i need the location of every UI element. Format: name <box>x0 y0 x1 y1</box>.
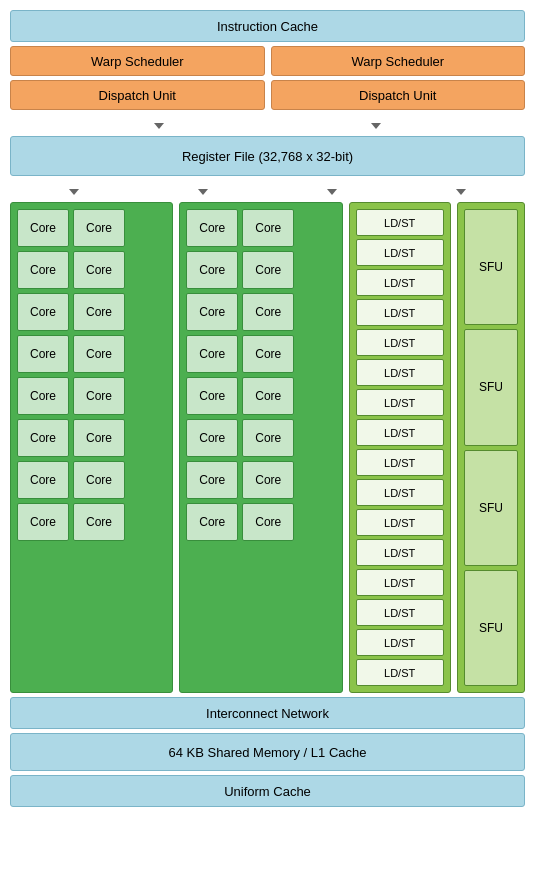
ldst-cell: LD/ST <box>356 329 444 356</box>
core-cell: Core <box>73 209 125 247</box>
core-cell: Core <box>17 377 69 415</box>
core-cell: Core <box>242 335 294 373</box>
ldst-cell: LD/ST <box>356 629 444 656</box>
core-row: Core Core <box>17 251 166 289</box>
ldst-cell: LD/ST <box>356 389 444 416</box>
core-row: Core Core <box>17 335 166 373</box>
sfu-cell: SFU <box>464 209 518 325</box>
core-cell: Core <box>186 503 238 541</box>
ldst-cell: LD/ST <box>356 419 444 446</box>
core-cell: Core <box>186 209 238 247</box>
core-cell: Core <box>242 377 294 415</box>
core-row: Core Core <box>17 293 166 331</box>
instruction-cache: Instruction Cache <box>10 10 525 42</box>
sfu-cell: SFU <box>464 450 518 566</box>
ldst-cell: LD/ST <box>356 599 444 626</box>
core-cell: Core <box>17 503 69 541</box>
sfu-cell: SFU <box>464 570 518 686</box>
core-group-2: Core Core Core Core Core Core Core Core … <box>179 202 342 693</box>
core-row: Core Core <box>186 419 335 457</box>
core-cell: Core <box>17 251 69 289</box>
core-row: Core Core <box>186 251 335 289</box>
core-cell: Core <box>73 419 125 457</box>
core-cell: Core <box>186 419 238 457</box>
dispatch-unit-left: Dispatch Unit <box>10 80 265 110</box>
arrows-to-register <box>10 114 525 132</box>
core-cell: Core <box>186 377 238 415</box>
core-cell: Core <box>17 419 69 457</box>
core-row: Core Core <box>186 293 335 331</box>
core-row: Core Core <box>186 503 335 541</box>
core-cell: Core <box>17 293 69 331</box>
ldst-cell: LD/ST <box>356 299 444 326</box>
ldst-cell: LD/ST <box>356 539 444 566</box>
core-cell: Core <box>73 335 125 373</box>
execution-area: Core Core Core Core Core Core Core Core … <box>10 202 525 693</box>
core-row: Core Core <box>17 419 166 457</box>
ldst-cell: LD/ST <box>356 209 444 236</box>
shared-memory: 64 KB Shared Memory / L1 Cache <box>10 733 525 771</box>
dispatch-unit-row: Dispatch Unit Dispatch Unit <box>10 80 525 110</box>
core-cell: Core <box>242 461 294 499</box>
ldst-cell: LD/ST <box>356 659 444 686</box>
core-cell: Core <box>242 503 294 541</box>
core-cell: Core <box>186 461 238 499</box>
sfu-cell: SFU <box>464 329 518 445</box>
ldst-cell: LD/ST <box>356 569 444 596</box>
core-cell: Core <box>242 251 294 289</box>
arrows-to-main <box>10 180 525 198</box>
ldst-cell: LD/ST <box>356 449 444 476</box>
core-cell: Core <box>73 461 125 499</box>
register-file: Register File (32,768 x 32-bit) <box>10 136 525 176</box>
core-cell: Core <box>73 293 125 331</box>
core-cell: Core <box>186 251 238 289</box>
core-cell: Core <box>242 419 294 457</box>
core-group-1: Core Core Core Core Core Core Core Core … <box>10 202 173 693</box>
core-cell: Core <box>17 461 69 499</box>
core-cell: Core <box>73 251 125 289</box>
core-row: Core Core <box>186 377 335 415</box>
warp-scheduler-row: Warp Scheduler Warp Scheduler <box>10 46 525 76</box>
interconnect-network: Interconnect Network <box>10 697 525 729</box>
core-row: Core Core <box>186 209 335 247</box>
warp-scheduler-right: Warp Scheduler <box>271 46 526 76</box>
core-cell: Core <box>242 293 294 331</box>
ldst-cell: LD/ST <box>356 239 444 266</box>
core-row: Core Core <box>17 503 166 541</box>
core-cell: Core <box>17 209 69 247</box>
dispatch-unit-right: Dispatch Unit <box>271 80 526 110</box>
ldst-group: LD/ST LD/ST LD/ST LD/ST LD/ST LD/ST LD/S… <box>349 202 451 693</box>
core-cell: Core <box>186 293 238 331</box>
sfu-group: SFU SFU SFU SFU <box>457 202 525 693</box>
core-row: Core Core <box>17 461 166 499</box>
core-cell: Core <box>242 209 294 247</box>
warp-scheduler-left: Warp Scheduler <box>10 46 265 76</box>
core-cell: Core <box>186 335 238 373</box>
ldst-cell: LD/ST <box>356 479 444 506</box>
core-row: Core Core <box>17 377 166 415</box>
ldst-cell: LD/ST <box>356 269 444 296</box>
ldst-cell: LD/ST <box>356 359 444 386</box>
core-row: Core Core <box>186 335 335 373</box>
gpu-sm-diagram: Instruction Cache Warp Scheduler Warp Sc… <box>10 10 525 807</box>
uniform-cache: Uniform Cache <box>10 775 525 807</box>
ldst-cell: LD/ST <box>356 509 444 536</box>
core-cell: Core <box>73 377 125 415</box>
core-row: Core Core <box>17 209 166 247</box>
core-row: Core Core <box>186 461 335 499</box>
core-cell: Core <box>17 335 69 373</box>
core-cell: Core <box>73 503 125 541</box>
